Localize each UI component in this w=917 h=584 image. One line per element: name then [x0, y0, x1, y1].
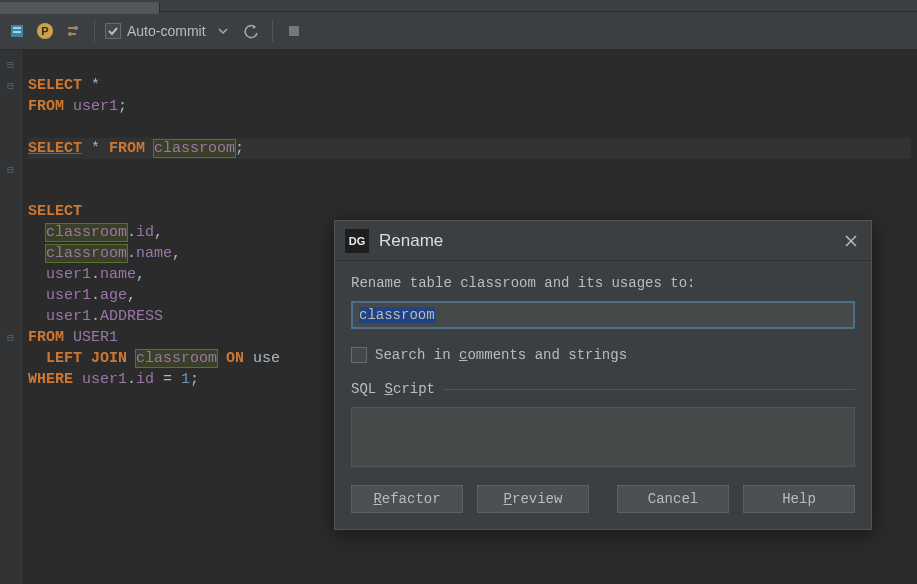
indent — [28, 266, 46, 283]
column: name — [100, 266, 136, 283]
token: = — [154, 371, 181, 388]
keyword: ON — [217, 350, 244, 367]
column: id — [136, 224, 154, 241]
token: . — [91, 308, 100, 325]
identifier: user1 — [64, 98, 118, 115]
keyword: LEFT JOIN — [28, 350, 127, 367]
table-ref: classroom — [46, 245, 127, 262]
keyword: FROM — [28, 329, 64, 346]
indent — [28, 224, 46, 241]
identifier: user1 — [46, 266, 91, 283]
dialog-buttons: Refactor Preview Cancel Help — [335, 467, 871, 529]
number: 1 — [181, 371, 190, 388]
column: ADDRESS — [100, 308, 163, 325]
token: . — [127, 224, 136, 241]
dialog-title: Rename — [379, 231, 443, 251]
stop-icon[interactable] — [283, 20, 305, 42]
active-db-icon[interactable]: P — [34, 20, 56, 42]
identifier: user1 — [73, 371, 127, 388]
token: , — [154, 224, 163, 241]
svg-rect-2 — [13, 31, 21, 33]
keyword: SELECT — [28, 203, 82, 220]
column: age — [100, 287, 127, 304]
table-ref: classroom — [46, 224, 127, 241]
identifier: USER1 — [64, 329, 118, 346]
cancel-button[interactable]: Cancel — [617, 485, 729, 513]
input-selection: classroom — [359, 307, 435, 323]
token: ; — [235, 140, 244, 157]
data-source-icon[interactable] — [6, 20, 28, 42]
column: name — [136, 245, 172, 262]
token: . — [127, 245, 136, 262]
checkbox-label: Search in comments and strings — [375, 347, 627, 363]
refactor-button[interactable]: Refactor — [351, 485, 463, 513]
table-ref: classroom — [136, 350, 217, 367]
toolbar: P Auto-commit — [0, 12, 917, 50]
tab-strip — [0, 0, 917, 12]
token: ; — [190, 371, 199, 388]
settings-icon[interactable] — [62, 20, 84, 42]
app-logo: DG — [345, 229, 369, 253]
keyword: FROM — [109, 140, 145, 157]
indent — [28, 308, 46, 325]
sql-script-label: SQL Script — [351, 381, 855, 397]
indent — [28, 245, 46, 262]
svg-point-5 — [74, 26, 78, 30]
dialog-body: Rename table classroom and its usages to… — [335, 261, 871, 467]
auto-commit-label: Auto-commit — [127, 23, 206, 39]
token — [127, 350, 136, 367]
token: . — [127, 371, 136, 388]
rename-input[interactable]: classroom — [351, 301, 855, 329]
keyword: SELECT — [28, 140, 82, 157]
toolbar-separator — [94, 20, 95, 42]
column: id — [136, 371, 154, 388]
preview-button[interactable]: Preview — [477, 485, 589, 513]
sql-script-area[interactable] — [351, 407, 855, 467]
token — [145, 140, 154, 157]
token: ; — [118, 98, 127, 115]
identifier: user1 — [46, 287, 91, 304]
dialog-titlebar: DG Rename — [335, 221, 871, 261]
editor-tab[interactable] — [0, 2, 160, 14]
token: , — [172, 245, 181, 262]
rollback-icon[interactable] — [240, 20, 262, 42]
checkbox-box — [351, 347, 367, 363]
token: , — [136, 266, 145, 283]
svg-text:P: P — [41, 25, 48, 37]
svg-rect-7 — [289, 26, 299, 36]
token: , — [127, 287, 136, 304]
close-icon[interactable] — [841, 231, 861, 251]
table-ref: classroom — [154, 140, 235, 157]
checkbox-box — [105, 23, 121, 39]
toolbar-separator — [272, 20, 273, 42]
token: * — [82, 77, 100, 94]
svg-point-6 — [68, 32, 72, 36]
token: . — [91, 266, 100, 283]
gutter: ⊟ ⊟ ⊟ ⊟ — [0, 50, 22, 584]
token: * — [82, 140, 109, 157]
search-comments-checkbox[interactable]: Search in comments and strings — [351, 347, 855, 363]
keyword: FROM — [28, 98, 64, 115]
rename-dialog: DG Rename Rename table classroom and its… — [334, 220, 872, 530]
token: . — [91, 287, 100, 304]
help-button[interactable]: Help — [743, 485, 855, 513]
token: use — [244, 350, 280, 367]
keyword: SELECT — [28, 77, 82, 94]
identifier: user1 — [46, 308, 91, 325]
chevron-down-icon[interactable] — [212, 20, 234, 42]
keyword: WHERE — [28, 371, 73, 388]
indent — [28, 287, 46, 304]
rename-prompt: Rename table classroom and its usages to… — [351, 275, 855, 291]
svg-rect-1 — [13, 27, 21, 29]
auto-commit-checkbox[interactable]: Auto-commit — [105, 23, 206, 39]
